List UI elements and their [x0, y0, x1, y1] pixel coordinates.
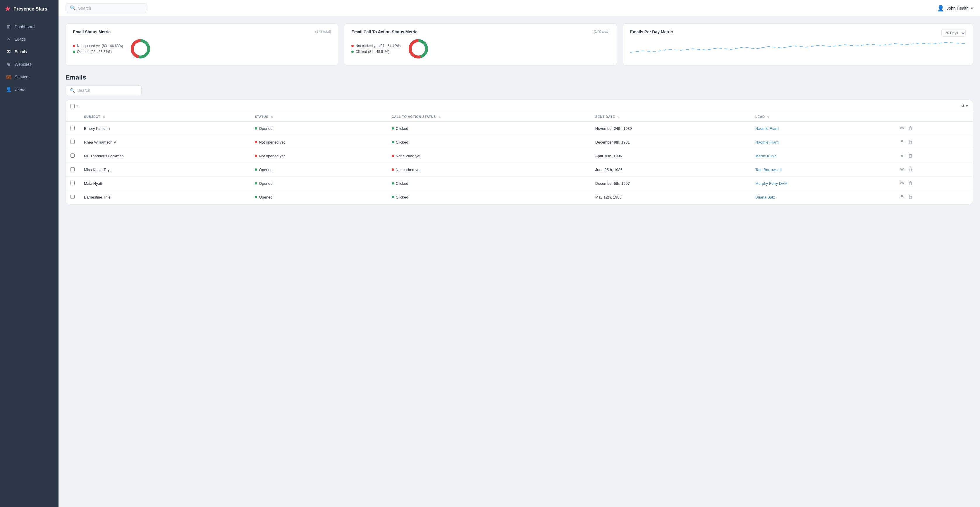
sidebar-nav: ⊞Dashboard○Leads✉Emails⊕Websites💼Service… [0, 18, 59, 98]
delete-icon-2[interactable]: 🗑 [908, 153, 913, 159]
email-cta-total: (178 total) [594, 30, 610, 33]
sparkline-chart [630, 41, 966, 58]
th-cta-status[interactable]: CALL TO ACTION STATUS ⇅ [387, 112, 591, 122]
not-clicked-legend: Not clicked yet (97 - 54.49%) [352, 44, 401, 48]
table-row: Earnestine Thiel Opened Clicked May 12th… [66, 190, 973, 204]
row-checkbox-cell [66, 190, 79, 204]
row-status-1: Not opened yet [250, 135, 387, 149]
row-status-0: Opened [250, 122, 387, 135]
row-checkbox-4[interactable] [70, 181, 75, 185]
row-subject-2: Mr. Thaddeus Lockman [79, 149, 250, 163]
lead-link-3[interactable]: Tate Barrows III [755, 167, 782, 172]
logo-star-icon: ★ [5, 5, 11, 13]
table-body: Emery Kshlerin Opened Clicked November 2… [66, 122, 973, 204]
row-actions-2: 👁 🗑 [895, 149, 973, 163]
users-nav-label: Users [14, 87, 25, 92]
clicked-dot [352, 51, 354, 53]
status-label-0: Opened [259, 126, 272, 131]
view-icon-1[interactable]: 👁 [900, 140, 905, 145]
row-status-4: Opened [250, 176, 387, 190]
status-label-4: Opened [259, 181, 272, 186]
row-lead-0: Naomie Frami [751, 122, 895, 135]
view-icon-4[interactable]: 👁 [900, 181, 905, 186]
row-checkbox-1[interactable] [70, 140, 75, 144]
row-actions-1: 👁 🗑 [895, 135, 973, 149]
lead-link-0[interactable]: Naomie Frami [755, 126, 779, 131]
lead-link-2[interactable]: Mertie Kuhic [755, 154, 776, 158]
row-lead-2: Mertie Kuhic [751, 149, 895, 163]
user-name: John Health [947, 6, 969, 11]
delete-icon-0[interactable]: 🗑 [908, 126, 913, 131]
row-checkbox-cell [66, 135, 79, 149]
lead-link-4[interactable]: Murphy Ferry DVM [755, 181, 788, 186]
email-status-legend: Not opened yet (83 - 46.63%) Opened (95 … [73, 44, 123, 54]
emails-nav-label: Emails [14, 49, 27, 54]
user-avatar-icon: 👤 [937, 5, 944, 12]
period-select[interactable]: 30 Days 7 Days 90 Days [941, 30, 966, 37]
user-menu[interactable]: 👤 John Health ▾ [937, 5, 973, 12]
row-checkbox-5[interactable] [70, 195, 75, 199]
sidebar-item-services[interactable]: 💼Services [0, 70, 59, 83]
search-icon: 🔍 [70, 5, 76, 11]
table-search-box[interactable]: 🔍 [65, 85, 142, 95]
cta-dot-5 [392, 196, 394, 198]
th-lead[interactable]: LEAD ⇅ [751, 112, 895, 122]
view-icon-3[interactable]: 👁 [900, 167, 905, 172]
row-checkbox-cell [66, 149, 79, 163]
cta-label-1: Clicked [396, 140, 408, 145]
select-all-checkbox[interactable] [70, 104, 75, 108]
emails-per-day-header: Emails Per Day Metric 30 Days 7 Days 90 … [630, 30, 966, 37]
filter-chevron-icon: ▾ [966, 104, 968, 108]
status-label-3: Opened [259, 167, 272, 172]
status-dot-1 [255, 141, 257, 143]
websites-nav-icon: ⊕ [6, 61, 11, 67]
lead-link-5[interactable]: Briana Batz [755, 195, 775, 199]
leads-nav-label: Leads [14, 37, 26, 41]
email-cta-donut [408, 38, 429, 59]
th-subject[interactable]: SUBJECT ⇅ [79, 112, 250, 122]
status-dot-0 [255, 127, 257, 130]
email-status-donut [130, 38, 151, 59]
delete-icon-1[interactable]: 🗑 [908, 140, 913, 145]
row-checkbox-3[interactable] [70, 167, 75, 171]
row-cta-1: Clicked [387, 135, 591, 149]
header-search-box[interactable]: 🔍 [65, 3, 148, 13]
row-checkbox-0[interactable] [70, 126, 75, 130]
sidebar-item-websites[interactable]: ⊕Websites [0, 58, 59, 70]
emails-table: SUBJECT ⇅ STATUS ⇅ CALL TO ACTION STATUS… [66, 112, 973, 204]
sidebar-item-leads[interactable]: ○Leads [0, 33, 59, 45]
row-date-4: December 5th, 1997 [591, 176, 751, 190]
view-icon-0[interactable]: 👁 [900, 126, 905, 131]
row-cta-2: Not clicked yet [387, 149, 591, 163]
sidebar-item-users[interactable]: 👤Users [0, 83, 59, 95]
sidebar-item-emails[interactable]: ✉Emails [0, 45, 59, 58]
table-row: Maia Hyatt Opened Clicked December 5th, … [66, 176, 973, 190]
email-status-header: Email Status Metric (178 total) [73, 30, 331, 34]
view-icon-5[interactable]: 👁 [900, 194, 905, 200]
delete-icon-5[interactable]: 🗑 [908, 194, 913, 200]
leads-nav-icon: ○ [6, 37, 11, 42]
lead-link-1[interactable]: Naomie Frami [755, 140, 779, 145]
row-actions-3: 👁 🗑 [895, 163, 973, 176]
row-cta-0: Clicked [387, 122, 591, 135]
table-search-input[interactable] [77, 88, 137, 93]
not-clicked-label: Not clicked yet (97 - 54.49%) [355, 44, 401, 48]
view-icon-2[interactable]: 👁 [900, 153, 905, 159]
header-search-input[interactable] [78, 6, 143, 11]
sidebar: ★ Presence Stars ⊞Dashboard○Leads✉Emails… [0, 0, 59, 507]
row-checkbox-cell [66, 163, 79, 176]
header: 🔍 👤 John Health ▾ [59, 0, 980, 16]
sidebar-item-dashboard[interactable]: ⊞Dashboard [0, 21, 59, 33]
status-dot-5 [255, 196, 257, 198]
row-subject-0: Emery Kshlerin [79, 122, 250, 135]
services-nav-icon: 💼 [6, 74, 11, 79]
delete-icon-4[interactable]: 🗑 [908, 181, 913, 186]
select-chevron-icon[interactable]: ▾ [76, 104, 78, 108]
filter-button[interactable]: ⚗ ▾ [961, 104, 968, 108]
row-date-0: November 24th, 1989 [591, 122, 751, 135]
th-sent-date[interactable]: SENT DATE ⇅ [591, 112, 751, 122]
main-area: 🔍 👤 John Health ▾ Email Status Metric (1… [59, 0, 980, 507]
row-checkbox-2[interactable] [70, 154, 75, 157]
th-status[interactable]: STATUS ⇅ [250, 112, 387, 122]
delete-icon-3[interactable]: 🗑 [908, 167, 913, 172]
